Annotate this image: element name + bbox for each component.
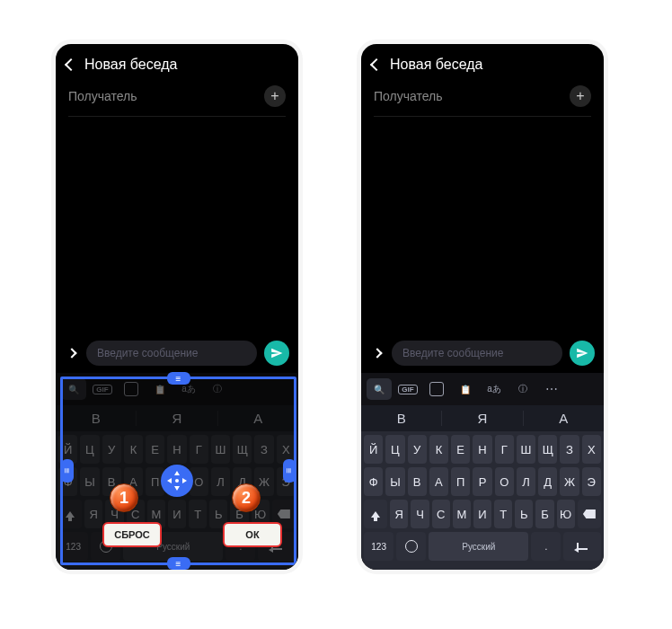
key[interactable]: Й	[58, 435, 77, 464]
keyboard: ЙЦУКЕНГШЩЗХ ФЫВАПРОЛДЖЭ ЯЧСМИТЬБЮ 123 Ру…	[361, 431, 604, 570]
key[interactable]: И	[168, 500, 186, 528]
annotation-badge-1: 1	[110, 483, 138, 512]
key[interactable]: Н	[473, 435, 491, 464]
key[interactable]: Й	[364, 435, 383, 464]
key[interactable]: У	[102, 435, 121, 464]
ok-button[interactable]: ОК	[223, 522, 282, 547]
suggestion[interactable]: Я	[137, 411, 217, 426]
back-icon[interactable]	[370, 58, 383, 71]
keyboard-move-button[interactable]	[161, 465, 193, 497]
clipboard-icon[interactable]: 📋	[147, 378, 172, 400]
key[interactable]: Д	[538, 467, 557, 496]
message-input[interactable]: Введите сообщение	[86, 341, 257, 366]
key[interactable]: Ж	[560, 467, 579, 496]
key[interactable]: Л	[211, 467, 230, 496]
key[interactable]: Е	[146, 435, 164, 464]
key[interactable]: Б	[535, 500, 553, 528]
key[interactable]: Ш	[517, 435, 535, 464]
back-icon[interactable]	[65, 58, 77, 71]
translate-icon[interactable]: aあ	[482, 378, 507, 400]
key[interactable]: М	[453, 500, 471, 528]
suggestion[interactable]: В	[361, 411, 442, 426]
key[interactable]: Ч	[411, 500, 429, 528]
numeric-key[interactable]: 123	[58, 532, 88, 561]
info-icon[interactable]: ⓘ	[510, 378, 535, 400]
search-icon[interactable]: 🔍	[61, 378, 86, 400]
shift-key[interactable]	[58, 500, 82, 528]
key[interactable]: Я	[390, 500, 408, 528]
search-icon[interactable]: 🔍	[367, 378, 392, 400]
add-recipient-button[interactable]: +	[264, 85, 286, 107]
key[interactable]: Ы	[80, 467, 99, 496]
key[interactable]: Ф	[58, 467, 77, 496]
recipient-row: Получатель +	[56, 80, 298, 116]
gif-icon[interactable]: GIF	[395, 378, 420, 400]
key[interactable]: Ц	[80, 435, 99, 464]
key[interactable]: Э	[582, 467, 601, 496]
key[interactable]: К	[124, 435, 143, 464]
suggestion[interactable]: Я	[442, 411, 523, 426]
suggestion[interactable]: А	[524, 411, 604, 426]
key[interactable]: Э	[277, 467, 296, 496]
key[interactable]: Щ	[538, 435, 557, 464]
key[interactable]: А	[429, 467, 448, 496]
key[interactable]: Н	[167, 435, 186, 464]
clipboard-icon[interactable]: 📋	[453, 378, 478, 400]
key[interactable]: Е	[451, 435, 470, 464]
emoji-key[interactable]	[396, 532, 426, 561]
backspace-key[interactable]	[578, 500, 601, 528]
page-title: Новая беседа	[84, 57, 177, 73]
key[interactable]: О	[495, 467, 514, 496]
key[interactable]: П	[451, 467, 470, 496]
more-icon[interactable]: ⋯	[539, 378, 564, 400]
key[interactable]: Г	[190, 435, 208, 464]
key[interactable]: Ы	[385, 467, 404, 496]
add-recipient-button[interactable]: +	[570, 85, 591, 107]
key[interactable]: Т	[494, 500, 512, 528]
key[interactable]: С	[432, 500, 450, 528]
spacebar[interactable]: Русский	[429, 532, 528, 561]
key[interactable]: Л	[517, 467, 535, 496]
gif-icon[interactable]: GIF	[90, 378, 115, 400]
keyboard-row: ЙЦУКЕНГШЩЗХ	[364, 435, 601, 464]
key[interactable]: З	[560, 435, 579, 464]
key[interactable]: Ь	[515, 500, 533, 528]
suggestion[interactable]: А	[218, 411, 298, 426]
key[interactable]: Ц	[385, 435, 404, 464]
key[interactable]: Щ	[233, 435, 252, 464]
keyboard-row: ФЫВАПРОЛДЖЭ	[364, 467, 601, 496]
numeric-key[interactable]: 123	[364, 532, 393, 561]
info-icon[interactable]: ⓘ	[205, 378, 230, 400]
key[interactable]: К	[429, 435, 448, 464]
send-button[interactable]	[264, 341, 289, 366]
keyboard-toolbar: 🔍 GIF 📋 aあ ⓘ	[56, 373, 298, 405]
sticker-icon[interactable]	[119, 378, 144, 400]
send-button[interactable]	[570, 341, 595, 366]
key[interactable]: Т	[189, 500, 207, 528]
key[interactable]: Я	[84, 500, 102, 528]
key[interactable]: Ш	[211, 435, 230, 464]
expand-icon[interactable]	[66, 348, 76, 358]
suggestion[interactable]: В	[56, 411, 137, 426]
key[interactable]: Р	[473, 467, 491, 496]
keyboard: ЙЦУКЕНГШЩЗХ ФЫВАПРОЛДЖЭ ЯЧСМИТЬБЮ 123 Ру…	[56, 431, 298, 570]
key[interactable]: Х	[582, 435, 601, 464]
translate-icon[interactable]: aあ	[176, 378, 201, 400]
key[interactable]: И	[473, 500, 491, 528]
compose-row: Введите сообщение	[56, 333, 298, 373]
shift-key[interactable]	[364, 500, 387, 528]
sticker-icon[interactable]	[424, 378, 449, 400]
reset-button[interactable]: СБРОС	[102, 522, 162, 547]
message-area	[56, 117, 298, 333]
key[interactable]: Ф	[364, 467, 383, 496]
key[interactable]: У	[408, 435, 427, 464]
expand-icon[interactable]	[372, 348, 382, 358]
period-key[interactable]: .	[531, 532, 561, 561]
message-input[interactable]: Введите сообщение	[392, 341, 562, 366]
key[interactable]: В	[408, 467, 427, 496]
key[interactable]: Х	[277, 435, 296, 464]
key[interactable]: Г	[495, 435, 514, 464]
enter-key[interactable]	[563, 532, 601, 561]
key[interactable]: Ю	[557, 500, 575, 528]
key[interactable]: З	[254, 435, 273, 464]
